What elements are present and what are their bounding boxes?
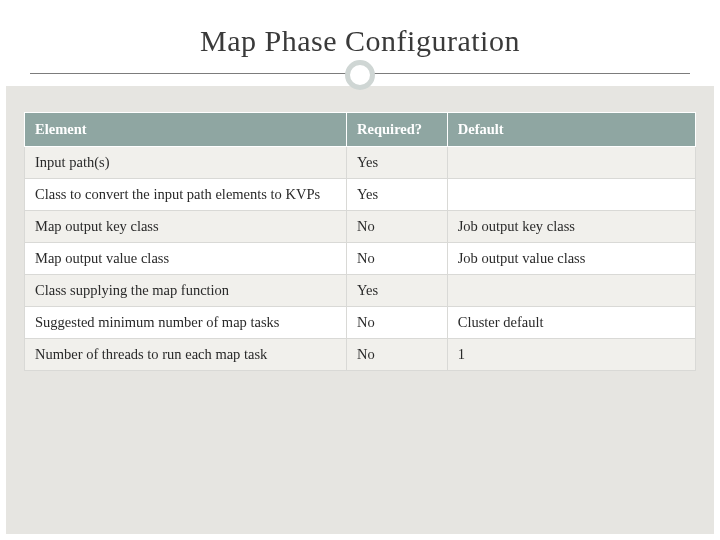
- col-header-required: Required?: [347, 113, 448, 147]
- cell-element: Input path(s): [25, 147, 347, 179]
- cell-default: Job output key class: [447, 211, 695, 243]
- cell-element: Map output key class: [25, 211, 347, 243]
- cell-required: No: [347, 339, 448, 371]
- cell-default: Job output value class: [447, 243, 695, 275]
- cell-required: No: [347, 243, 448, 275]
- cell-element: Map output value class: [25, 243, 347, 275]
- header: Map Phase Configuration: [6, 6, 714, 86]
- cell-required: Yes: [347, 275, 448, 307]
- cell-default: Cluster default: [447, 307, 695, 339]
- cell-default: [447, 147, 695, 179]
- page-title: Map Phase Configuration: [6, 24, 714, 58]
- col-header-default: Default: [447, 113, 695, 147]
- cell-element: Class to convert the input path elements…: [25, 179, 347, 211]
- table-row: Class supplying the map function Yes: [25, 275, 696, 307]
- ring-icon: [345, 60, 375, 90]
- table-row: Suggested minimum number of map tasks No…: [25, 307, 696, 339]
- table-row: Map output key class No Job output key c…: [25, 211, 696, 243]
- cell-required: Yes: [347, 179, 448, 211]
- cell-element: Class supplying the map function: [25, 275, 347, 307]
- slide: Map Phase Configuration Element Required…: [0, 0, 720, 540]
- cell-required: Yes: [347, 147, 448, 179]
- cell-required: No: [347, 211, 448, 243]
- table-header-row: Element Required? Default: [25, 113, 696, 147]
- cell-element: Number of threads to run each map task: [25, 339, 347, 371]
- config-table: Element Required? Default Input path(s) …: [24, 112, 696, 371]
- cell-element: Suggested minimum number of map tasks: [25, 307, 347, 339]
- table-row: Map output value class No Job output val…: [25, 243, 696, 275]
- table-row: Number of threads to run each map task N…: [25, 339, 696, 371]
- cell-default: [447, 275, 695, 307]
- content-area: Element Required? Default Input path(s) …: [6, 86, 714, 371]
- cell-default: [447, 179, 695, 211]
- col-header-element: Element: [25, 113, 347, 147]
- cell-required: No: [347, 307, 448, 339]
- cell-default: 1: [447, 339, 695, 371]
- table-row: Class to convert the input path elements…: [25, 179, 696, 211]
- table-row: Input path(s) Yes: [25, 147, 696, 179]
